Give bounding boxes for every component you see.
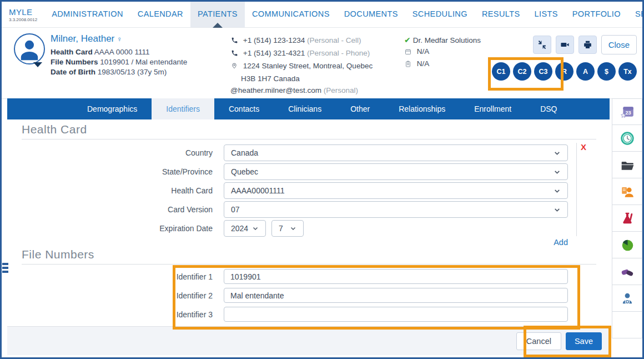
tab-enrollment[interactable]: Enrollment <box>460 98 526 119</box>
tab-other[interactable]: Other <box>336 98 384 119</box>
quick-button-a[interactable]: A <box>576 62 595 81</box>
patient-menu-caret-icon[interactable] <box>33 62 42 67</box>
phone-icon <box>230 36 238 47</box>
health-card-select[interactable]: AAAA00001111 <box>224 182 568 199</box>
cancel-button[interactable]: Cancel <box>516 332 561 350</box>
tab-label: Clinicians <box>288 104 321 113</box>
app-window: MYLE 3.3.2008.0012 ADMINISTRATION CALEND… <box>0 0 644 359</box>
identifier2-input[interactable] <box>224 288 568 303</box>
nav-item-settings[interactable]: SETTINGS <box>628 2 644 27</box>
country-value: Canada <box>231 148 258 157</box>
patient-name-text: Milner, Heather <box>51 33 114 44</box>
pills-icon <box>620 265 635 279</box>
identifier1-label: Identifier 1 <box>7 272 224 281</box>
clinic-line: ✔Dr. Medfar Solutions <box>404 34 481 46</box>
tab-clinicians[interactable]: Clinicians <box>274 98 336 119</box>
sidebar-patient-record-button[interactable] <box>612 178 642 205</box>
tab-demographics[interactable]: Demographics <box>73 98 152 119</box>
video-call-button[interactable] <box>556 36 574 54</box>
tab-dsq[interactable]: DSQ <box>526 98 571 119</box>
patient-health-card-line: Health Card AAAA 0000 1111 <box>51 47 187 57</box>
delete-health-card-button[interactable]: X <box>581 143 586 152</box>
patient-avatar[interactable] <box>14 33 45 64</box>
patient-file-numbers-line: File Numbers 1019901 / Mal entendante <box>51 57 187 67</box>
tasks-na-line: N/A <box>404 58 481 71</box>
collapse-panels-button[interactable] <box>533 36 551 54</box>
nav-item-portfolio[interactable]: PORTFOLIO <box>565 2 628 27</box>
identifier1-input[interactable] <box>224 269 568 284</box>
add-health-card-link[interactable]: Add <box>554 238 568 247</box>
quick-button-c3[interactable]: C3 <box>534 62 552 81</box>
nav-item-calendar[interactable]: CALENDAR <box>130 2 190 27</box>
nav-label: LISTS <box>534 9 557 18</box>
sidebar-lab-results-button[interactable] <box>612 205 642 232</box>
save-button[interactable]: Save <box>566 332 602 350</box>
file-numbers-section-title: File Numbers <box>22 248 596 265</box>
nav-item-documents[interactable]: DOCUMENTS <box>337 2 405 27</box>
phone-line-2: +1 (514) 321-4321 (Personal - Phone) <box>230 47 373 60</box>
chevron-down-icon <box>554 206 561 213</box>
quick-action-buttons: C1 C2 C3 R A $ Tx <box>492 62 637 81</box>
nav-item-results[interactable]: RESULTS <box>475 2 527 27</box>
card-version-value: 07 <box>231 205 240 214</box>
sidebar-appointments-button[interactable]: 23 <box>612 98 642 125</box>
identifiers-panel: Health Card Country Canada State/Provinc… <box>7 119 610 326</box>
form-divider <box>576 143 577 236</box>
card-version-select[interactable]: 07 <box>224 201 568 218</box>
add-row: Add <box>7 238 568 247</box>
top-nav: MYLE 3.3.2008.0012 ADMINISTRATION CALEND… <box>2 2 642 28</box>
tab-label: DSQ <box>540 104 557 113</box>
tab-label: Other <box>350 104 370 113</box>
sidebar-history-button[interactable] <box>612 125 642 152</box>
quick-button-r[interactable]: R <box>555 62 573 81</box>
chevron-down-icon <box>554 149 561 157</box>
dob-value: 1983/05/13 (37y 5m) <box>98 68 167 76</box>
left-drawer-handle[interactable] <box>2 257 10 278</box>
quick-button-tx[interactable]: Tx <box>618 62 637 81</box>
nav-item-myle[interactable]: MYLE 3.3.2008.0012 <box>2 2 44 27</box>
tab-label: Identifiers <box>166 104 200 113</box>
lab-flask-icon <box>620 211 635 226</box>
app-version: 3.3.2008.0012 <box>9 17 37 22</box>
sidebar-add-contact-button[interactable] <box>612 285 642 312</box>
identifier3-label: Identifier 3 <box>7 310 224 319</box>
quick-button-c2[interactable]: C2 <box>513 62 531 81</box>
nav-item-patients[interactable]: PATIENTS <box>190 2 245 27</box>
sidebar-charts-button[interactable] <box>612 232 642 258</box>
country-label: Country <box>7 148 224 157</box>
sidebar-documents-button[interactable] <box>612 152 642 178</box>
card-version-row: Card Version 07 <box>7 201 610 218</box>
svg-text:23: 23 <box>625 110 631 116</box>
nav-item-scheduling[interactable]: SCHEDULING <box>405 2 475 27</box>
phone2-value: +1 (514) 321-4321 <box>243 49 305 57</box>
country-select[interactable]: Canada <box>224 144 568 161</box>
clipboard-small-icon <box>404 59 412 71</box>
expiration-month-select[interactable]: 7 <box>271 220 304 237</box>
tab-relationships[interactable]: Relationships <box>384 98 460 119</box>
nav-item-administration[interactable]: ADMINISTRATION <box>44 2 130 27</box>
file-numbers-value: 1019901 / Mal entendante <box>100 58 187 66</box>
sidebar-medications-button[interactable] <box>612 258 642 285</box>
history-clock-icon <box>620 131 635 146</box>
nav-item-lists[interactable]: LISTS <box>527 2 565 27</box>
nav-label: SETTINGS <box>635 9 644 18</box>
patient-name[interactable]: Milner, Heather♀ <box>51 34 187 44</box>
email-value: @heather.milner@test.com <box>230 86 321 94</box>
tab-identifiers[interactable]: Identifiers <box>152 98 214 119</box>
quick-button-billing[interactable]: $ <box>597 62 616 81</box>
identifier3-input[interactable] <box>224 307 568 322</box>
appointments-calendar-icon: 23 <box>620 104 635 119</box>
print-button[interactable] <box>578 36 597 54</box>
nav-item-communications[interactable]: COMMUNICATIONS <box>245 2 337 27</box>
quick-button-c1[interactable]: C1 <box>492 62 510 81</box>
location-pin-icon <box>230 61 238 73</box>
phone-icon <box>230 48 238 60</box>
tab-contacts[interactable]: Contacts <box>214 98 274 119</box>
collapse-arrows-icon <box>537 40 547 49</box>
state-select[interactable]: Quebec <box>224 163 568 180</box>
expiration-year-select[interactable]: 2024 <box>224 220 266 237</box>
expiration-year-value: 2024 <box>231 224 248 233</box>
tab-label: Enrollment <box>474 104 511 113</box>
header-toolbar: Close <box>533 35 637 54</box>
close-button[interactable]: Close <box>601 35 637 54</box>
